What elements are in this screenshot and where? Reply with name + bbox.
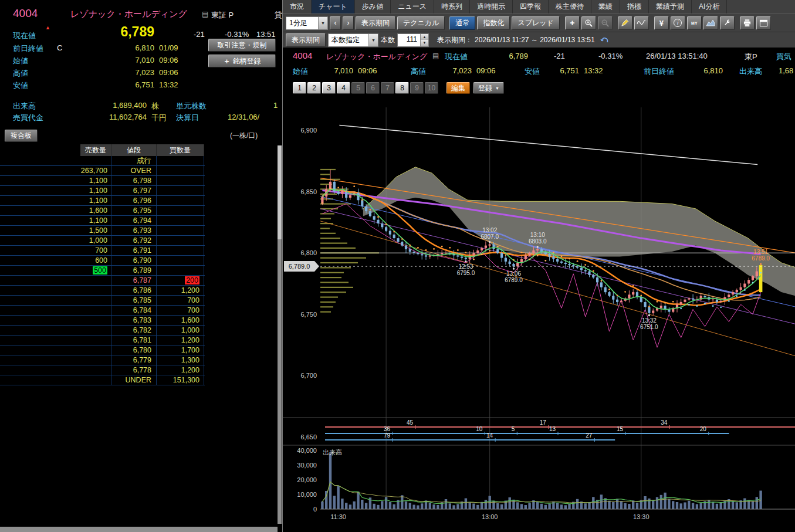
indexed-mode-button[interactable]: 指数化 — [477, 16, 510, 30]
board-row[interactable]: 6,7781,200 — [0, 365, 205, 375]
prev-button[interactable]: ‹ — [330, 16, 341, 30]
svg-text:12:53: 12:53 — [458, 263, 473, 270]
board-row[interactable]: 6,787200 — [0, 276, 205, 286]
board-row[interactable]: 1,6006,795 — [0, 206, 205, 216]
board-row[interactable]: 1,5006,793 — [0, 226, 205, 236]
tab-業績予測[interactable]: 業績予測 — [649, 0, 692, 13]
board-row[interactable]: 5006,789 — [0, 266, 205, 276]
board-row[interactable]: 6,784700 — [0, 306, 205, 316]
tab-チャート[interactable]: チャート — [312, 0, 355, 13]
my-icon-button[interactable]: MY — [687, 16, 702, 30]
board-row[interactable]: 成行 — [0, 156, 205, 166]
next-button[interactable]: › — [343, 16, 354, 30]
tab-時系列[interactable]: 時系列 — [434, 0, 470, 13]
stock-code: 4004 — [13, 7, 38, 20]
preset-button-7[interactable]: 7 — [381, 82, 394, 94]
prev-close-label: 前日終値 — [644, 66, 674, 77]
board-row[interactable]: 6006,790 — [0, 256, 205, 266]
tab-業績[interactable]: 業績 — [591, 0, 620, 13]
svg-text:6,700: 6,700 — [300, 372, 317, 379]
composite-board-button[interactable]: 複合板 — [5, 130, 38, 142]
board-row[interactable]: 1,1006,797 — [0, 186, 205, 196]
bar-count-input[interactable]: 111 — [397, 33, 429, 47]
board-row[interactable]: 263,700OVER — [0, 166, 205, 176]
price-chart[interactable]: 12:536795.013:026807.013:066789.013:1068… — [283, 97, 795, 532]
info-icon-button[interactable]: i — [671, 16, 685, 30]
svg-text:6789.0: 6789.0 — [752, 255, 770, 262]
spread-mode-button[interactable]: スプレッド — [512, 16, 559, 30]
preset-button-3[interactable]: 3 — [322, 82, 336, 94]
tab-四季報[interactable]: 四季報 — [513, 0, 549, 13]
count-mode-select[interactable]: 本数指定 — [328, 33, 378, 47]
printer-icon-button[interactable] — [740, 16, 755, 30]
range-value: 2026/01/13 11:27 ～ 2026/01/13 13:51 — [475, 35, 595, 45]
open-time: 09:06 — [358, 66, 377, 75]
board-row[interactable]: 6,7791,300 — [0, 355, 205, 365]
pencil-icon-button[interactable] — [618, 16, 632, 30]
quote-horizontal-scrollbar[interactable] — [0, 527, 278, 532]
reset-period-icon[interactable] — [597, 33, 612, 47]
yen-icon-button[interactable]: ¥ — [654, 16, 669, 30]
display-period-button[interactable]: 表示期間 — [356, 16, 395, 30]
preset-button-4[interactable]: 4 — [337, 82, 350, 94]
interval-select[interactable]: 1分足 — [286, 16, 328, 30]
wrench-icon-button[interactable] — [720, 16, 735, 30]
board-row[interactable]: UNDER151,300 — [0, 375, 205, 385]
board-row[interactable]: 1,1006,796 — [0, 196, 205, 206]
board-row[interactable]: 6,7821,000 — [0, 326, 205, 336]
tab-AI分析[interactable]: AI分析 — [692, 0, 727, 13]
zoom-in-icon-button[interactable] — [581, 16, 596, 30]
preset-button-8[interactable]: 8 — [395, 82, 409, 94]
area-chart-icon-button[interactable] — [703, 16, 718, 30]
volume-value: 1,689,400 — [75, 101, 147, 110]
plus-icon-button[interactable]: + — [565, 16, 580, 30]
current-price-value: 6,789 — [494, 52, 528, 60]
stepper-arrows-icon[interactable] — [420, 34, 428, 46]
preset-button-1[interactable]: 1 — [293, 82, 306, 94]
technical-button[interactable]: テクニカル — [397, 16, 445, 30]
svg-text:11:30: 11:30 — [330, 513, 346, 520]
tab-歩み値[interactable]: 歩み値 — [355, 0, 391, 13]
chevron-down-icon — [368, 34, 378, 46]
period-label-button[interactable]: 表示期間 — [286, 33, 326, 47]
margin-label: 貸 — [275, 10, 282, 21]
current-price-label: 現在値 — [445, 52, 468, 62]
sell-qty-header: 売数量 — [80, 144, 111, 156]
export-icon-button[interactable] — [756, 16, 771, 30]
svg-text:6,850: 6,850 — [300, 188, 317, 195]
board-row[interactable]: 1,1006,798 — [0, 176, 205, 186]
quote-vertical-scrollbar[interactable] — [278, 145, 282, 524]
trade-caution-button[interactable]: 取引注意・規制 — [208, 39, 276, 52]
preset-button-6[interactable]: 6 — [366, 82, 380, 94]
board-row[interactable]: 6,785700 — [0, 296, 205, 306]
settlement-label: 決算日 — [176, 113, 199, 123]
board-row[interactable]: 6,7811,200 — [0, 336, 205, 345]
board-row[interactable]: 1,1006,794 — [0, 216, 205, 226]
tab-指標[interactable]: 指標 — [620, 0, 649, 13]
prev-close-label: 前日終値 — [13, 43, 43, 54]
volume-unit: 株 — [151, 101, 159, 111]
register-symbol-button[interactable]: ＋ 銘柄登録 — [208, 55, 276, 67]
wave-icon-button[interactable] — [634, 16, 649, 30]
board-row[interactable]: 6,7831,600 — [0, 316, 205, 326]
preset-row: 12345678910 編集 登録 — [283, 79, 795, 94]
edit-button[interactable]: 編集 — [446, 82, 470, 94]
chart-info-row1: 4004 レゾナック・ホールディング ▤ 現在値 6,789 -21 -0.31… — [283, 48, 795, 63]
open-label: 始値 — [293, 66, 308, 77]
preset-button-9[interactable]: 9 — [410, 82, 424, 94]
board-row[interactable]: 7006,791 — [0, 246, 205, 256]
preset-button-5[interactable]: 5 — [351, 82, 365, 94]
tab-市況[interactable]: 市況 — [283, 0, 312, 13]
zoom-out-icon-button[interactable] — [598, 16, 613, 30]
board-row[interactable]: 6,7861,200 — [0, 286, 205, 296]
board-row[interactable]: 1,0006,792 — [0, 236, 205, 246]
tab-ニュース[interactable]: ニュース — [391, 0, 434, 13]
tab-株主優待[interactable]: 株主優待 — [549, 0, 591, 13]
register-button[interactable]: 登録 — [473, 82, 504, 94]
board-row[interactable]: 6,7801,700 — [0, 345, 205, 355]
tab-適時開示[interactable]: 適時開示 — [470, 0, 513, 13]
normal-mode-button[interactable]: 通常 — [449, 16, 475, 30]
preset-button-10[interactable]: 10 — [425, 82, 438, 94]
preset-button-2[interactable]: 2 — [307, 82, 321, 94]
svg-text:0: 0 — [313, 506, 317, 513]
